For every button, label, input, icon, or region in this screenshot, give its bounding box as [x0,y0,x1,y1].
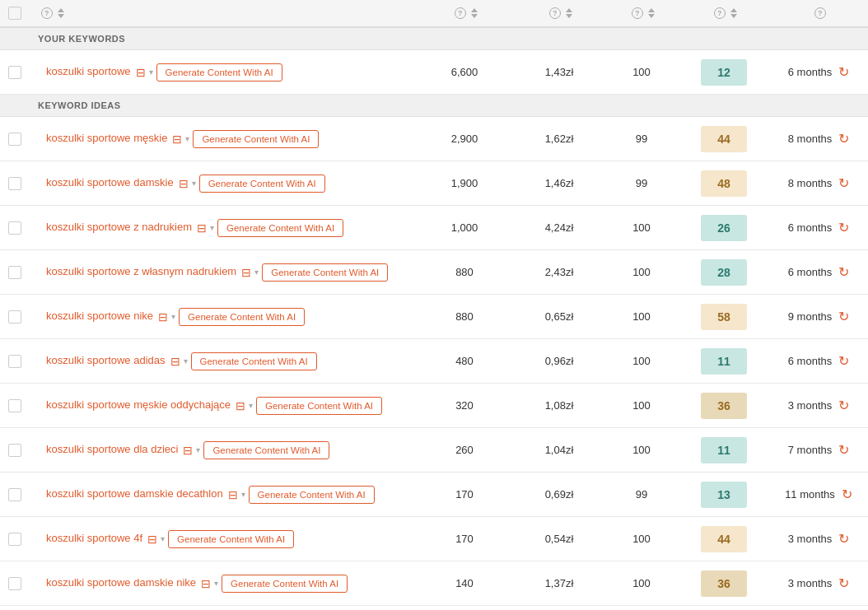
filter-icon[interactable]: ⊟ [170,355,180,368]
chevron-down-icon[interactable]: ▾ [184,356,188,366]
select-all-checkbox[interactable] [8,7,21,20]
chevron-down-icon[interactable]: ▾ [214,579,218,588]
row-checkbox[interactable] [8,310,21,324]
chevron-down-icon[interactable]: ▾ [249,401,253,410]
row-checkbox[interactable] [8,355,21,368]
chevron-down-icon[interactable]: ▾ [241,490,245,499]
row-checkbox[interactable] [8,399,21,412]
volume-sort-arrows[interactable] [471,8,478,18]
sd-badge: 36 [701,393,747,419]
chevron-down-icon[interactable]: ▾ [210,223,214,232]
filter-icon[interactable]: ⊟ [172,133,182,146]
row-checkbox[interactable] [8,266,21,279]
chevron-down-icon[interactable]: ▾ [185,134,189,143]
chevron-down-icon[interactable]: ▾ [171,312,175,321]
keyword-link[interactable]: koszulki sportowe z własnym nadrukiem [46,265,236,277]
row-volume: 880 [415,266,514,278]
refresh-icon[interactable]: ↻ [838,442,849,458]
row-cpc: 4,24zł [514,221,604,234]
sd-badge: 13 [701,482,747,508]
sd-help-icon[interactable]: ? [714,7,726,19]
filter-icon[interactable]: ⊟ [179,177,189,190]
volume-help-icon[interactable]: ? [455,7,466,19]
sd-badge: 26 [701,215,747,241]
refresh-icon[interactable]: ↻ [838,175,849,191]
updated-help-icon[interactable]: ? [814,7,826,19]
generate-content-button[interactable]: Generate Content With AI [193,130,319,148]
generate-content-button[interactable]: Generate Content With AI [191,352,317,370]
generate-content-button[interactable]: Generate Content With AI [256,397,382,415]
filter-icon[interactable]: ⊟ [228,488,238,501]
row-checkbox[interactable] [8,221,21,235]
keyword-link[interactable]: koszulki sportowe 4f [46,532,142,544]
keyword-link[interactable]: koszulki sportowe damskie decathlon [46,487,223,500]
chevron-down-icon[interactable]: ▾ [192,179,196,188]
filter-icon[interactable]: ⊟ [241,266,251,279]
filter-icon[interactable]: ⊟ [201,577,211,590]
row-updated-text: 6 months [788,221,832,234]
keyword-link[interactable]: koszulki sportowe z nadrukiem [46,221,192,233]
sd-sort-arrows[interactable] [730,8,737,18]
chevron-down-icon[interactable]: ▾ [149,68,153,77]
filter-icon[interactable]: ⊟ [147,533,157,546]
row-checkbox-col [0,533,30,546]
filter-icon[interactable]: ⊟ [136,66,146,79]
row-checkbox-col [0,488,30,501]
refresh-icon[interactable]: ↻ [842,487,852,502]
row-cpc: 2,43zł [514,266,604,278]
generate-content-button[interactable]: Generate Content With AI [217,219,343,237]
keyword-link[interactable]: koszulki sportowe [46,65,131,77]
refresh-icon[interactable]: ↻ [838,220,849,235]
keywords-sort-arrows[interactable] [58,8,64,18]
generate-content-button[interactable]: Generate Content With AI [168,530,294,548]
row-checkbox[interactable] [8,177,21,190]
row-volume: 320 [415,399,514,412]
row-checkbox[interactable] [8,133,21,146]
table-row: koszulki sportowe 4f ⊟ ▾ Generate Conten… [0,517,868,561]
row-volume: 170 [415,533,514,545]
generate-content-button[interactable]: Generate Content With AI [249,486,375,504]
keyword-link[interactable]: koszulki sportowe męskie [46,132,167,144]
table-row: koszulki sportowe damskie ⊟ ▾ Generate C… [0,161,868,206]
keyword-link[interactable]: koszulki sportowe nike [46,310,153,322]
pd-help-icon[interactable]: ? [632,7,643,19]
row-checkbox[interactable] [8,488,21,501]
generate-content-button[interactable]: Generate Content With AI [222,575,348,593]
filter-icon[interactable]: ⊟ [158,310,168,324]
generate-content-button[interactable]: Generate Content With AI [199,175,325,193]
pd-sort-arrows[interactable] [648,8,655,18]
refresh-icon[interactable]: ↻ [838,353,849,369]
chevron-down-icon[interactable]: ▾ [161,534,165,543]
refresh-icon[interactable]: ↻ [838,131,849,147]
chevron-down-icon[interactable]: ▾ [196,445,200,454]
filter-icon[interactable]: ⊟ [236,399,245,412]
keyword-link[interactable]: koszulki sportowe dla dzieci [46,443,178,455]
keyword-link[interactable]: koszulki sportowe damskie nike [46,576,196,589]
chevron-down-icon[interactable]: ▾ [254,268,259,277]
generate-content-button[interactable]: Generate Content With AI [179,308,305,326]
row-checkbox[interactable] [8,533,21,546]
refresh-icon[interactable]: ↻ [838,531,849,547]
generate-content-button[interactable]: Generate Content With AI [203,441,329,459]
refresh-icon[interactable]: ↻ [838,575,849,591]
pd-header-cell: ? [604,7,679,19]
sd-badge: 12 [701,59,747,86]
keyword-link[interactable]: koszulki sportowe męskie oddychające [46,398,231,411]
refresh-icon[interactable]: ↻ [838,398,849,413]
refresh-icon[interactable]: ↻ [838,264,849,280]
row-checkbox[interactable] [8,66,21,79]
filter-icon[interactable]: ⊟ [197,221,207,235]
filter-icon[interactable]: ⊟ [183,444,193,457]
keywords-help-icon[interactable]: ? [41,7,53,19]
keyword-link[interactable]: koszulki sportowe damskie [46,176,174,189]
keyword-link[interactable]: koszulki sportowe adidas [46,354,166,366]
row-checkbox[interactable] [8,577,21,590]
row-checkbox[interactable] [8,444,21,457]
generate-content-button[interactable]: Generate Content With AI [262,263,388,282]
refresh-icon[interactable]: ↻ [838,64,849,80]
cpc-sort-arrows[interactable] [566,8,572,18]
refresh-icon[interactable]: ↻ [838,309,849,324]
generate-content-button[interactable]: Generate Content With AI [156,63,282,81]
row-sd-cell: 36 [679,570,769,597]
cpc-help-icon[interactable]: ? [549,7,561,19]
